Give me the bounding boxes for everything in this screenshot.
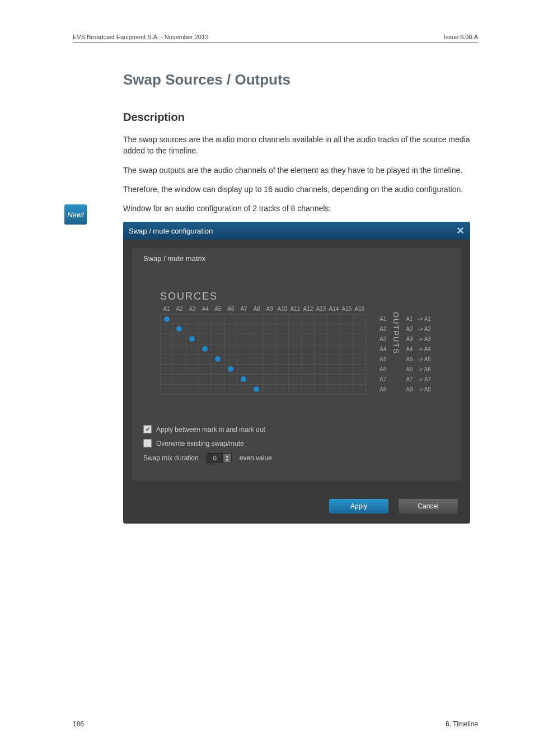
matrix-cell[interactable] bbox=[340, 344, 353, 354]
matrix-cell[interactable] bbox=[315, 314, 327, 324]
matrix-cell[interactable] bbox=[237, 324, 250, 334]
matrix-cell[interactable] bbox=[315, 365, 327, 375]
matrix-cell[interactable] bbox=[237, 334, 250, 344]
matrix-cell[interactable] bbox=[289, 375, 302, 385]
matrix-cell[interactable] bbox=[289, 344, 302, 354]
matrix-cell[interactable] bbox=[224, 324, 237, 334]
matrix-cell[interactable] bbox=[250, 344, 263, 354]
matrix-cell[interactable] bbox=[199, 344, 212, 354]
matrix-cell[interactable] bbox=[302, 324, 315, 334]
matrix-cell[interactable] bbox=[237, 314, 250, 324]
matrix-cell[interactable] bbox=[186, 334, 199, 344]
matrix-cell[interactable] bbox=[160, 344, 173, 354]
close-icon[interactable]: ✕ bbox=[456, 226, 465, 236]
matrix-cell[interactable] bbox=[340, 375, 353, 385]
matrix-cell[interactable] bbox=[250, 365, 263, 375]
matrix-cell[interactable] bbox=[276, 365, 289, 375]
matrix-cell[interactable] bbox=[276, 314, 289, 324]
matrix-cell[interactable] bbox=[302, 334, 315, 344]
matrix-cell[interactable] bbox=[237, 365, 250, 375]
matrix-cell[interactable] bbox=[327, 365, 340, 375]
matrix-cell[interactable] bbox=[353, 344, 366, 354]
matrix-cell[interactable] bbox=[276, 375, 289, 385]
checkbox-icon[interactable]: ✔ bbox=[143, 425, 152, 433]
matrix-cell[interactable] bbox=[327, 334, 340, 344]
matrix-cell[interactable] bbox=[173, 354, 186, 365]
matrix-cell[interactable] bbox=[173, 385, 186, 395]
matrix-cell[interactable] bbox=[276, 324, 289, 334]
matrix-cell[interactable] bbox=[199, 365, 212, 375]
matrix-cell[interactable] bbox=[160, 324, 173, 334]
matrix-cell[interactable] bbox=[199, 375, 212, 385]
matrix-cell[interactable] bbox=[173, 334, 186, 344]
matrix-cell[interactable] bbox=[353, 324, 366, 334]
apply-between-marks-option[interactable]: ✔ Apply between mark in and mark out bbox=[143, 425, 450, 433]
matrix-cell[interactable] bbox=[186, 354, 199, 365]
matrix-cell[interactable] bbox=[263, 385, 276, 395]
matrix-cell[interactable] bbox=[340, 365, 353, 375]
matrix-cell[interactable] bbox=[302, 365, 315, 375]
matrix-cell[interactable] bbox=[340, 354, 353, 365]
matrix-cell[interactable] bbox=[186, 314, 199, 324]
cancel-button[interactable]: Cancel bbox=[399, 499, 458, 514]
matrix-cell[interactable] bbox=[353, 375, 366, 385]
matrix-cell[interactable] bbox=[224, 344, 237, 354]
matrix-cell[interactable] bbox=[237, 354, 250, 365]
matrix-cell[interactable] bbox=[212, 354, 224, 365]
matrix-cell[interactable] bbox=[327, 354, 340, 365]
matrix-cell[interactable] bbox=[160, 385, 173, 395]
matrix-cell[interactable] bbox=[186, 324, 199, 334]
matrix-cell[interactable] bbox=[315, 344, 327, 354]
matrix-cell[interactable] bbox=[263, 354, 276, 365]
matrix-cell[interactable] bbox=[263, 314, 276, 324]
matrix-cell[interactable] bbox=[212, 365, 224, 375]
matrix-cell[interactable] bbox=[173, 314, 186, 324]
matrix-cell[interactable] bbox=[160, 354, 173, 365]
matrix-cell[interactable] bbox=[302, 385, 315, 395]
matrix-cell[interactable] bbox=[315, 385, 327, 395]
spinner-arrows-icon[interactable]: ▲▼ bbox=[223, 453, 232, 463]
matrix-cell[interactable] bbox=[160, 375, 173, 385]
matrix-cell[interactable] bbox=[173, 324, 186, 334]
matrix-cell[interactable] bbox=[315, 334, 327, 344]
matrix-cell[interactable] bbox=[263, 334, 276, 344]
matrix-cell[interactable] bbox=[289, 354, 302, 365]
matrix-cell[interactable] bbox=[353, 365, 366, 375]
matrix-cell[interactable] bbox=[173, 365, 186, 375]
matrix-cell[interactable] bbox=[186, 375, 199, 385]
matrix-cell[interactable] bbox=[302, 314, 315, 324]
matrix-cell[interactable] bbox=[289, 334, 302, 344]
matrix-cell[interactable] bbox=[224, 385, 237, 395]
matrix-cell[interactable] bbox=[250, 385, 263, 395]
matrix-cell[interactable] bbox=[302, 354, 315, 365]
matrix-cell[interactable] bbox=[199, 324, 212, 334]
matrix-cell[interactable] bbox=[289, 365, 302, 375]
matrix-cell[interactable] bbox=[327, 324, 340, 334]
matrix-cell[interactable] bbox=[186, 344, 199, 354]
matrix-cell[interactable] bbox=[186, 365, 199, 375]
matrix-cell[interactable] bbox=[160, 314, 173, 324]
matrix-cell[interactable] bbox=[212, 314, 224, 324]
matrix-cell[interactable] bbox=[302, 375, 315, 385]
matrix-cell[interactable] bbox=[276, 385, 289, 395]
swap-mix-duration-input[interactable] bbox=[207, 453, 223, 463]
matrix-cell[interactable] bbox=[199, 354, 212, 365]
matrix-cell[interactable] bbox=[353, 314, 366, 324]
matrix-cell[interactable] bbox=[327, 344, 340, 354]
matrix-cell[interactable] bbox=[353, 334, 366, 344]
matrix-cell[interactable] bbox=[263, 324, 276, 334]
matrix-cell[interactable] bbox=[353, 385, 366, 395]
swap-mix-duration-spinner[interactable]: ▲▼ bbox=[207, 453, 232, 463]
matrix-cell[interactable] bbox=[186, 385, 199, 395]
matrix-cell[interactable] bbox=[353, 354, 366, 365]
matrix-cell[interactable] bbox=[250, 334, 263, 344]
matrix-cell[interactable] bbox=[173, 344, 186, 354]
matrix-cell[interactable] bbox=[250, 354, 263, 365]
checkbox-icon[interactable] bbox=[143, 439, 152, 447]
matrix-cell[interactable] bbox=[327, 385, 340, 395]
matrix-cell[interactable] bbox=[212, 344, 224, 354]
matrix-cell[interactable] bbox=[315, 375, 327, 385]
swap-matrix-grid[interactable] bbox=[160, 314, 366, 395]
matrix-cell[interactable] bbox=[263, 375, 276, 385]
matrix-cell[interactable] bbox=[250, 375, 263, 385]
